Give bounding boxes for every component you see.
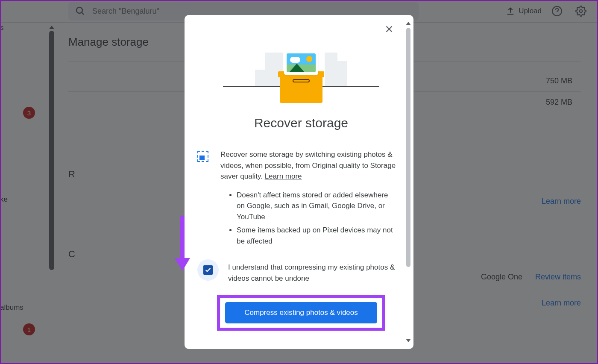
bullet-list: Doesn't affect items stored or added els… xyxy=(237,190,405,247)
checkbox[interactable] xyxy=(197,259,219,281)
checkbox-checked-icon xyxy=(203,265,213,275)
compress-icon xyxy=(197,151,210,182)
recover-storage-modal: Recover storage Recover some storage by … xyxy=(185,15,413,349)
checkbox-label: I understand that compressing my existin… xyxy=(228,259,405,284)
modal-title: Recover storage xyxy=(197,116,405,130)
modal-body: Recover storage Recover some storage by … xyxy=(185,15,413,349)
scroll-down-icon xyxy=(406,339,411,342)
hero-illustration xyxy=(193,15,409,103)
list-item: Some items backed up on Pixel devices ma… xyxy=(237,225,405,247)
list-item: Doesn't affect items stored or added els… xyxy=(237,190,405,223)
annotation-highlight: Compress existing photos & videos xyxy=(217,295,385,331)
confirmation-checkbox-row: I understand that compressing my existin… xyxy=(197,259,405,284)
learn-more-link[interactable]: Learn more xyxy=(265,172,302,180)
modal-overlay[interactable]: Recover storage Recover some storage by … xyxy=(0,0,598,364)
info-section: Recover some storage by switching existi… xyxy=(197,149,405,182)
compress-button[interactable]: Compress existing photos & videos xyxy=(225,302,377,323)
box-icon xyxy=(280,75,322,103)
modal-description: Recover some storage by switching existi… xyxy=(220,149,405,182)
annotation-arrow xyxy=(180,215,190,271)
